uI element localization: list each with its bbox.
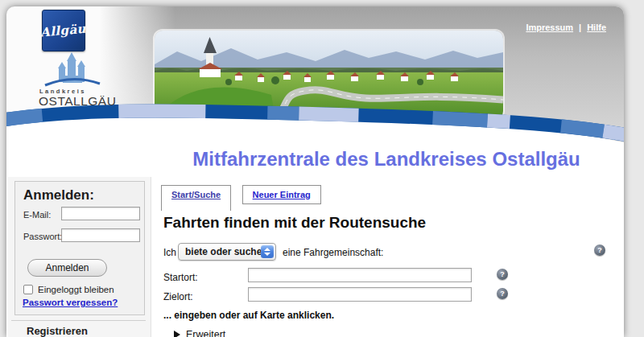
content-heading: Fahrten finden mit der Routensuche xyxy=(163,214,426,232)
map-hint-text: ... eingeben oder auf Karte anklicken. xyxy=(163,310,334,321)
allgaeu-logo[interactable]: Allgäu xyxy=(42,10,85,51)
login-button[interactable]: Anmelden xyxy=(27,259,107,277)
password-label: Passwort: xyxy=(23,232,62,241)
allgaeu-logo-text: Allgäu xyxy=(40,22,88,40)
triangle-right-icon xyxy=(174,331,180,337)
ride-type-select[interactable]: biete oder suche xyxy=(178,243,276,261)
startort-input[interactable] xyxy=(248,268,472,282)
tab-start-suche-label: Start/Suche xyxy=(171,190,221,199)
castle-icon xyxy=(40,51,105,88)
tab-neuer-eintrag-label: Neuer Eintrag xyxy=(253,190,311,199)
tab-neuer-eintrag[interactable]: Neuer Eintrag xyxy=(242,185,321,204)
register-heading[interactable]: Registrieren xyxy=(27,325,88,337)
site-card: Impressum|Hilfe Allgäu Landkreis OSTALLG… xyxy=(6,6,624,337)
select-stepper-icon xyxy=(261,245,274,258)
impressum-link[interactable]: Impressum xyxy=(526,23,573,32)
sidebar-divider xyxy=(11,320,146,321)
help-icon[interactable]: ? xyxy=(594,245,605,256)
help-icon[interactable]: ? xyxy=(497,269,508,280)
email-field[interactable] xyxy=(61,207,140,220)
advanced-label: Erweitert xyxy=(186,329,225,337)
login-heading: Anmelden: xyxy=(23,187,94,203)
email-label: E-Mail: xyxy=(23,210,51,220)
header-links: Impressum|Hilfe xyxy=(526,23,606,32)
page-background: Impressum|Hilfe Allgäu Landkreis OSTALLG… xyxy=(0,0,644,337)
link-separator: | xyxy=(579,23,581,32)
zielort-label: Zielort: xyxy=(163,291,193,302)
login-panel: Anmelden: E-Mail: Passwort: Anmelden Ein… xyxy=(14,181,145,315)
sidebar: Anmelden: E-Mail: Passwort: Anmelden Ein… xyxy=(8,177,151,337)
page-title: Mitfahrzentrale des Landkreises Ostallgä… xyxy=(149,148,624,171)
password-field[interactable] xyxy=(61,228,140,242)
ride-type-selected-value: biete oder suche xyxy=(185,246,262,257)
ich-label: Ich xyxy=(163,247,176,258)
tab-start-suche[interactable]: Start/Suche xyxy=(161,185,231,211)
zielort-input[interactable] xyxy=(248,287,472,302)
startort-label: Startort: xyxy=(163,272,198,283)
tab-bar: Start/Suche Neuer Eintrag xyxy=(161,185,328,211)
main-content: Start/Suche Neuer Eintrag Fahrten finden… xyxy=(151,177,624,337)
stay-logged-in-checkbox[interactable] xyxy=(23,285,33,294)
stay-logged-in-row: Eingeloggt bleiben xyxy=(23,285,114,294)
forgot-password-link[interactable]: Passwort vergessen? xyxy=(23,298,118,307)
help-icon[interactable]: ? xyxy=(497,288,508,299)
fahrgemeinschaft-label: eine Fahrgemeinschaft: xyxy=(283,247,383,258)
landkreis-logo-line2: OSTALLGÄU xyxy=(39,94,116,109)
hilfe-link[interactable]: Hilfe xyxy=(587,23,606,32)
stay-logged-in-label: Eingeloggt bleiben xyxy=(38,285,114,294)
advanced-toggle[interactable]: Erweitert xyxy=(174,329,225,337)
